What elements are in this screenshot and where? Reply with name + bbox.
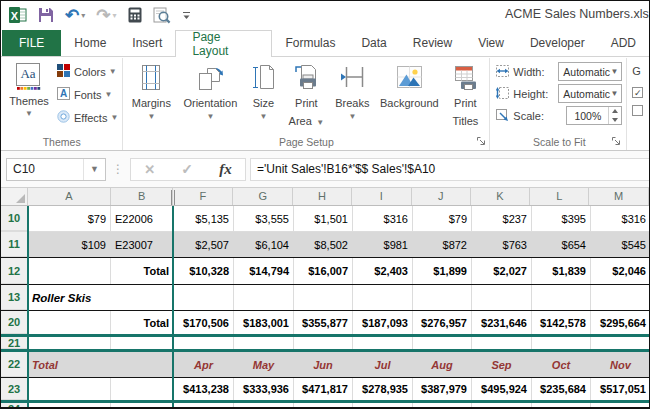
cell[interactable]: $3,555 [234,206,294,231]
cell[interactable] [472,337,532,349]
scale-up-icon[interactable] [609,107,621,116]
height-select[interactable]: Automatic ▼ [558,84,622,103]
cell[interactable] [532,403,591,409]
tab-file[interactable]: FILE [2,30,61,56]
cell[interactable]: $2,507 [174,232,234,257]
cell[interactable]: $2,403 [353,258,413,284]
formula-input[interactable]: ='Unit Sales'!B16*'$$ Sales'!$A10 [250,158,649,181]
page-setup-dialog-launcher-icon[interactable] [476,136,486,148]
cell[interactable]: $79 [413,206,472,231]
cell[interactable]: $170,506 [174,311,234,334]
cell[interactable]: $109 [28,232,111,257]
cell[interactable]: Total [111,311,174,334]
tab-page-layout[interactable]: Page Layout [175,30,272,57]
cell[interactable] [472,285,532,310]
cell[interactable]: $333,936 [234,378,294,400]
name-box[interactable]: C10 ▼ [6,158,106,181]
tab-developer[interactable]: Developer [517,30,598,56]
cell[interactable] [174,337,234,349]
tab-addins[interactable]: ADD [598,30,649,56]
cell[interactable]: Jul [353,352,413,377]
colors-button[interactable]: Colors ▼ [55,62,120,82]
cell[interactable]: Jun [294,352,353,377]
cell[interactable]: E22006 [111,206,174,231]
cell[interactable]: $316 [353,206,413,231]
cell[interactable]: E23007 [111,232,174,257]
cell[interactable]: $295,664 [591,311,649,334]
effects-button[interactable]: Effects ▼ [55,108,120,128]
cell[interactable]: $2,046 [591,258,649,284]
cell[interactable]: $231,646 [472,311,532,334]
name-box-dropdown-icon[interactable]: ▼ [83,159,105,180]
print-area-button[interactable]: Print Area ▼ [283,59,329,133]
cell[interactable] [28,337,111,349]
cell[interactable]: Total [28,352,111,377]
cell[interactable]: $763 [472,232,532,257]
cell[interactable] [472,403,532,409]
cell[interactable] [234,285,294,310]
cell[interactable]: $237 [472,206,532,231]
cell[interactable] [532,285,591,310]
breaks-button[interactable]: Breaks▼ [329,59,375,133]
cell[interactable]: $235,684 [532,378,591,400]
cell[interactable]: $413,238 [174,378,234,400]
cell[interactable] [591,403,649,409]
background-button[interactable]: Background [375,59,443,133]
cell[interactable]: $395 [532,206,591,231]
save-icon[interactable] [38,7,54,23]
cancel-icon[interactable]: ✕ [144,162,155,177]
cell[interactable]: $981 [353,232,413,257]
cell[interactable] [294,337,353,349]
tab-insert[interactable]: Insert [119,30,175,56]
cell[interactable] [353,285,413,310]
cell[interactable] [294,285,353,310]
scale-down-icon[interactable] [609,116,621,125]
cell[interactable] [413,337,472,349]
column-header-K[interactable]: K [471,188,531,205]
column-header-L[interactable]: L [530,188,589,205]
cell[interactable] [591,337,649,349]
cell[interactable]: $1,839 [532,258,591,284]
column-header-I[interactable]: I [352,188,412,205]
calculator-icon[interactable] [128,7,142,23]
cell[interactable]: $79 [28,206,111,231]
cell[interactable] [28,378,111,400]
row-header-22[interactable]: 22 [1,352,28,377]
enter-icon[interactable]: ✓ [181,161,193,177]
row-header-23[interactable]: 23 [1,378,28,400]
cell[interactable]: $654 [532,232,591,257]
cell[interactable]: $8,502 [294,232,353,257]
column-header-B[interactable]: B [111,188,174,205]
row-header-24[interactable]: 24 [1,403,28,409]
column-header-M[interactable]: M [589,188,649,205]
cell[interactable]: $276,957 [413,311,472,334]
cell[interactable]: Nov [591,352,649,377]
cell[interactable] [28,258,111,284]
select-all-corner[interactable] [1,188,28,205]
cell[interactable] [532,337,591,349]
cell[interactable]: Total [111,258,174,284]
cell[interactable] [111,352,174,377]
tab-view[interactable]: View [465,30,517,56]
cell[interactable]: $545 [591,232,649,257]
row-header-10[interactable]: 10 [1,206,28,231]
scale-spinner[interactable]: 100% [566,106,622,125]
print-preview-icon[interactable] [153,7,171,24]
cell[interactable]: $14,794 [234,258,294,284]
row-header-12[interactable]: 12 [1,258,28,284]
formula-bar-handle[interactable]: ⋮ [106,162,130,176]
cell[interactable] [111,378,174,400]
cell[interactable]: $1,501 [294,206,353,231]
column-header-H[interactable]: H [293,188,352,205]
cell[interactable] [413,285,472,310]
cell[interactable] [353,337,413,349]
cell[interactable]: $316 [591,206,649,231]
redo-dropdown-icon[interactable]: ▾ [113,11,117,20]
cell[interactable] [174,285,234,310]
tab-formulas[interactable]: Formulas [272,30,348,56]
cell[interactable]: Aug [413,352,472,377]
column-header-G[interactable]: G [233,188,293,205]
cell[interactable]: $16,007 [294,258,353,284]
cell[interactable]: $1,899 [413,258,472,284]
row-header-11[interactable]: 11 [1,232,28,257]
